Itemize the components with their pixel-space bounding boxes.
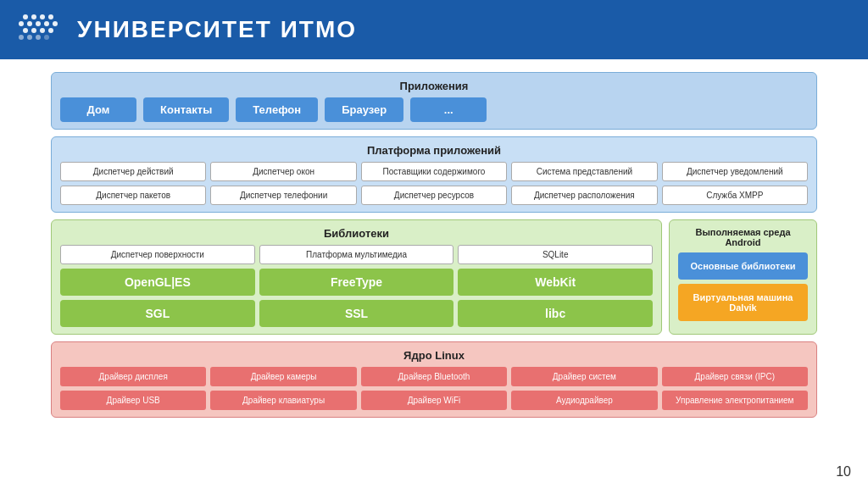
libraries-layer: Библиотеки Диспетчер поверхности Платфор… (51, 219, 662, 335)
svg-point-15 (36, 35, 41, 40)
kernel-btn-3[interactable]: Драйвер систем (511, 367, 657, 386)
lib-surface[interactable]: Диспетчер поверхности (60, 245, 255, 264)
lib-ssl[interactable]: SSL (259, 300, 454, 327)
kernel-btn-8[interactable]: Аудиодрайвер (511, 391, 657, 410)
lib-webkit[interactable]: WebKit (458, 269, 653, 296)
platform-btn-7[interactable]: Диспетчер ресурсов (361, 186, 507, 205)
header-title: УНИВЕРСИТЕТ ИТМО (77, 16, 357, 43)
platform-btn-8[interactable]: Диспетчер расположения (511, 186, 657, 205)
svg-point-3 (48, 14, 53, 19)
kernel-layer: Ядро Linux Драйвер дисплея Драйвер камер… (51, 341, 817, 418)
main-content: Приложения Дом Контакты Телефон Браузер … (0, 59, 868, 426)
kernel-btn-0[interactable]: Драйвер дисплея (60, 367, 206, 386)
app-phone[interactable]: Телефон (236, 97, 318, 122)
logo-icon (17, 8, 64, 51)
kernel-title: Ядро Linux (60, 349, 808, 362)
runtime-core[interactable]: Основные библиотеки (678, 252, 808, 280)
platform-btn-5[interactable]: Диспетчер пакетов (60, 186, 206, 205)
platform-layer-title: Платформа приложений (60, 144, 808, 157)
kernel-grid: Драйвер дисплея Драйвер камеры Драйвер B… (60, 367, 808, 410)
kernel-btn-4[interactable]: Драйвер связи (IPC) (662, 367, 808, 386)
platform-btn-9[interactable]: Служба XMPP (662, 186, 808, 205)
lib-grid: Диспетчер поверхности Платформа мультиме… (60, 245, 653, 327)
libraries-title: Библиотеки (60, 227, 653, 240)
platform-btn-0[interactable]: Диспетчер действий (60, 162, 206, 181)
platform-grid: Диспетчер действий Диспетчер окон Постав… (60, 162, 808, 205)
platform-btn-4[interactable]: Диспетчер уведомлений (662, 162, 808, 181)
svg-point-11 (40, 28, 45, 33)
platform-btn-3[interactable]: Система представлений (511, 162, 657, 181)
runtime-title: Выполняемая среда Android (678, 227, 808, 247)
svg-point-5 (27, 21, 32, 26)
middle-row: Библиотеки Диспетчер поверхности Платфор… (51, 219, 817, 335)
svg-point-13 (19, 35, 24, 40)
kernel-btn-1[interactable]: Драйвер камеры (210, 367, 356, 386)
lib-opengl[interactable]: OpenGL|ES (60, 269, 255, 296)
lib-media[interactable]: Платформа мультимедиа (259, 245, 454, 264)
app-browser[interactable]: Браузер (325, 97, 403, 122)
app-dom[interactable]: Дом (60, 97, 136, 122)
apps-layer-title: Приложения (60, 80, 808, 92)
kernel-btn-5[interactable]: Драйвер USB (60, 391, 206, 410)
svg-point-0 (23, 14, 28, 19)
runtime-layer: Выполняемая среда Android Основные библи… (669, 219, 817, 335)
svg-point-8 (53, 21, 58, 26)
kernel-btn-2[interactable]: Драйвер Bluetooth (361, 367, 507, 386)
lib-sqlite[interactable]: SQLite (458, 245, 653, 264)
apps-layer: Приложения Дом Контакты Телефон Браузер … (51, 72, 817, 130)
runtime-dalvik[interactable]: Виртуальная машина Dalvik (678, 284, 808, 321)
svg-point-10 (31, 28, 36, 33)
kernel-btn-9[interactable]: Управление электропитанием (662, 391, 808, 410)
svg-point-9 (23, 28, 28, 33)
svg-point-1 (31, 14, 36, 19)
lib-freetype[interactable]: FreeType (259, 269, 454, 296)
app-contacts[interactable]: Контакты (143, 97, 229, 122)
svg-point-14 (27, 35, 32, 40)
svg-point-6 (36, 21, 41, 26)
lib-sgl[interactable]: SGL (60, 300, 255, 327)
apps-row: Дом Контакты Телефон Браузер ... (60, 97, 808, 122)
svg-point-2 (40, 14, 45, 19)
svg-point-12 (48, 28, 53, 33)
svg-point-16 (44, 35, 49, 40)
header: УНИВЕРСИТЕТ ИТМО (0, 0, 868, 59)
svg-point-4 (19, 21, 24, 26)
kernel-btn-7[interactable]: Драйвер WiFi (361, 391, 507, 410)
platform-layer: Платформа приложений Диспетчер действий … (51, 136, 817, 213)
platform-btn-1[interactable]: Диспетчер окон (210, 162, 356, 181)
kernel-btn-6[interactable]: Драйвер клавиатуры (210, 391, 356, 410)
lib-libc[interactable]: libc (458, 300, 653, 327)
platform-btn-2[interactable]: Поставщики содержимого (361, 162, 507, 181)
platform-btn-6[interactable]: Диспетчер телефонии (210, 186, 356, 205)
page-number: 10 (836, 464, 851, 480)
svg-point-7 (44, 21, 49, 26)
app-more[interactable]: ... (410, 97, 487, 122)
